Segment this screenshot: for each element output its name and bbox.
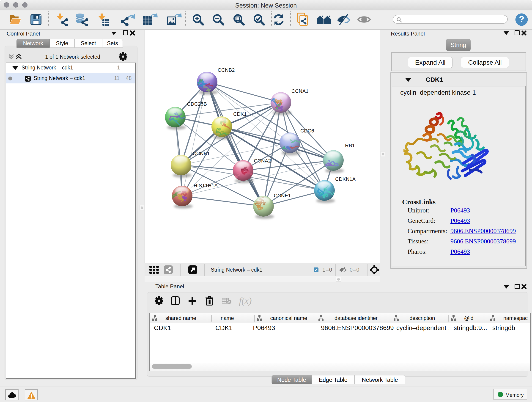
svg-text:CDC6: CDC6: [300, 128, 314, 134]
svg-text:CDK1: CDK1: [233, 111, 247, 117]
svg-text:RB1: RB1: [345, 143, 355, 148]
svg-text:CCNA1: CCNA1: [291, 88, 309, 94]
svg-text:CCNA2: CCNA2: [254, 158, 271, 164]
svg-text:CCNE1: CCNE1: [274, 193, 291, 198]
svg-text:?: ?: [519, 14, 524, 24]
svg-text:CCNB1: CCNB1: [193, 151, 210, 156]
svg-text:CCNB2: CCNB2: [218, 67, 235, 73]
svg-text:CDKN1A: CDKN1A: [335, 176, 356, 182]
svg-text:HIST1H1A: HIST1H1A: [194, 183, 218, 188]
svg-text:CDC25B: CDC25B: [187, 101, 207, 107]
